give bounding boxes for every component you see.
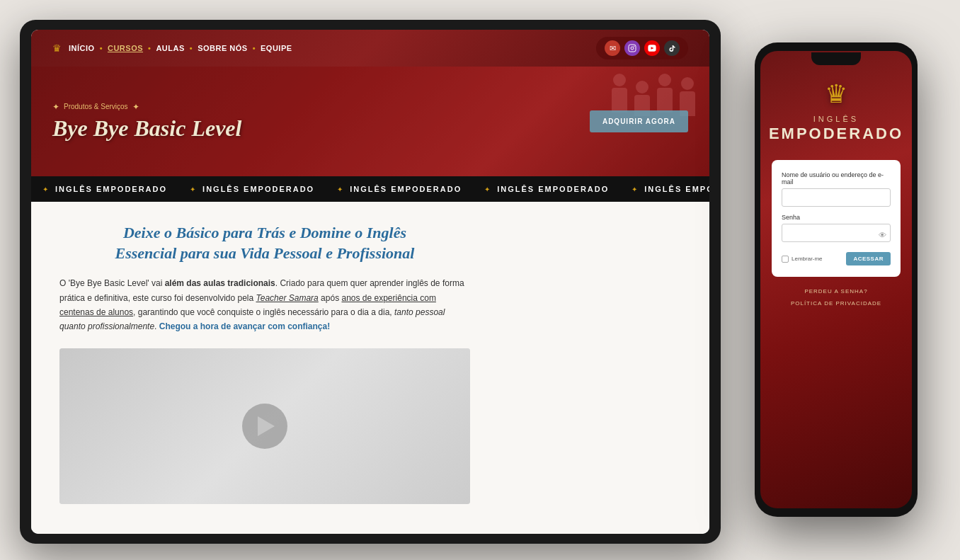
navigation-bar: ♛ INÍCIO • CURSOS • AULAS • SOBRE NÓS • …	[31, 30, 709, 67]
remember-checkbox[interactable]	[782, 256, 789, 263]
username-input[interactable]	[782, 188, 891, 207]
instagram-icon[interactable]	[624, 40, 640, 56]
nav-dot: •	[100, 44, 103, 52]
svg-rect-0	[629, 45, 636, 52]
phone-crown-icon: ♛	[825, 79, 847, 109]
spark-left-icon: ✦	[52, 102, 59, 112]
nav-links: INÍCIO • CURSOS • AULAS • SOBRE NÓS • EQ…	[69, 44, 292, 52]
social-icons-bar: ✉	[596, 37, 688, 59]
breadcrumb: ✦ Produtos & Serviços ✦	[52, 102, 590, 112]
play-button[interactable]	[242, 404, 287, 449]
password-label: Senha	[782, 214, 891, 221]
nav-item-aulas[interactable]: AULAS	[156, 44, 184, 52]
password-wrap: 👁	[782, 224, 891, 249]
form-actions-row: Lembrar-me ACESSAR	[782, 252, 891, 265]
tablet-screen: ♛ INÍCIO • CURSOS • AULAS • SOBRE NÓS • …	[31, 30, 709, 534]
main-description: O 'Bye Bye Basic Level' vai além das aul…	[59, 276, 470, 334]
nav-dot: •	[253, 44, 256, 52]
tablet-device: ♛ INÍCIO • CURSOS • AULAS • SOBRE NÓS • …	[20, 20, 721, 544]
nav-item-sobre[interactable]: SOBRE NÓS	[198, 44, 248, 52]
svg-point-1	[631, 47, 634, 50]
nav-dot: •	[148, 44, 151, 52]
hero-cta: ADQUIRIR AGORA	[590, 110, 688, 132]
svg-point-2	[634, 46, 635, 47]
crown-icon: ♛	[52, 42, 62, 55]
eye-icon[interactable]: 👁	[879, 231, 886, 239]
acessar-button[interactable]: ACESSAR	[846, 252, 891, 265]
spark-right-icon: ✦	[132, 102, 139, 112]
adquirir-agora-button[interactable]: ADQUIRIR AGORA	[590, 110, 688, 132]
nav-item-inicio[interactable]: INÍCIO	[69, 44, 95, 52]
login-form: Nome de usuário ou endereço de e-mail Se…	[772, 160, 901, 277]
video-player[interactable]	[59, 348, 470, 504]
nav-item-equipe[interactable]: EQUIPE	[261, 44, 292, 52]
main-headline: Deixe o Básico para Trás e Domine o Ingl…	[59, 223, 470, 263]
nav-left: ♛ INÍCIO • CURSOS • AULAS • SOBRE NÓS • …	[52, 42, 292, 55]
main-content: Deixe o Básico para Trás e Domine o Ingl…	[31, 202, 709, 534]
phone-brand-bottom: EMPODERADO	[769, 125, 903, 143]
phone-brand-top: INGLÊS	[813, 115, 859, 123]
email-icon[interactable]: ✉	[605, 40, 620, 56]
hero-title: Bye Bye Basic Level	[52, 116, 590, 141]
remember-me-label: Lembrar-me	[782, 256, 823, 263]
content-inner: Deixe o Básico para Trás e Domine o Ingl…	[59, 223, 470, 504]
ticker-content: ✦INGLÊS EMPODERADO ✦INGLÊS EMPODERADO ✦I…	[31, 185, 709, 193]
forgot-password-link[interactable]: PERDEU A SENHA?	[804, 288, 867, 295]
password-input[interactable]	[782, 224, 891, 242]
username-label: Nome de usuário ou endereço de e-mail	[782, 171, 891, 185]
ticker-bar: ✦INGLÊS EMPODERADO ✦INGLÊS EMPODERADO ✦I…	[31, 176, 709, 202]
phone-notch	[811, 52, 861, 65]
nav-item-cursos[interactable]: CURSOS	[108, 44, 143, 52]
phone-screen: ♛ INGLÊS EMPODERADO Nome de usuário ou e…	[760, 51, 912, 508]
tiktok-icon[interactable]	[664, 40, 680, 56]
people-silhouette	[612, 74, 695, 116]
youtube-icon[interactable]	[644, 40, 660, 56]
privacy-policy-link[interactable]: POLÍTICA DE PRIVACIDADE	[791, 300, 881, 307]
phone-device: ♛ INGLÊS EMPODERADO Nome de usuário ou e…	[755, 42, 918, 517]
nav-dot: •	[190, 44, 193, 52]
hero-banner: ✦ Produtos & Serviços ✦ Bye Bye Basic Le…	[31, 67, 709, 176]
phone-footer-links: PERDEU A SENHA? POLÍTICA DE PRIVACIDADE	[791, 288, 881, 307]
play-triangle-icon	[258, 416, 275, 436]
hero-text: ✦ Produtos & Serviços ✦ Bye Bye Basic Le…	[52, 102, 590, 141]
